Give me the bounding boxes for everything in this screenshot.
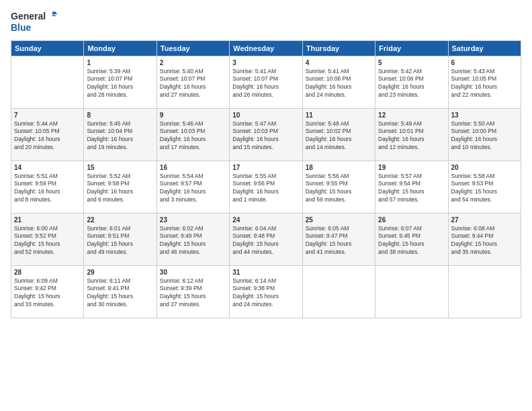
calendar-header-row: SundayMondayTuesdayWednesdayThursdayFrid… (11, 40, 521, 56)
day-number: 10 (232, 111, 299, 119)
day-number: 28 (14, 269, 81, 276)
day-number: 22 (87, 216, 153, 224)
calendar-header-cell: Monday (84, 40, 157, 56)
calendar-cell: 20Sunrise: 5:58 AM Sunset: 9:53 PM Dayli… (448, 161, 521, 213)
calendar-cell: 15Sunrise: 5:52 AM Sunset: 9:58 PM Dayli… (84, 161, 157, 213)
calendar-cell: 18Sunrise: 5:56 AM Sunset: 9:55 PM Dayli… (302, 161, 375, 213)
calendar-cell: 9Sunrise: 5:46 AM Sunset: 10:03 PM Dayli… (157, 108, 229, 161)
calendar-week-row: 7Sunrise: 5:44 AM Sunset: 10:05 PM Dayli… (11, 108, 521, 161)
calendar-header-cell: Friday (375, 40, 448, 56)
calendar-cell (302, 265, 375, 318)
day-info: Sunrise: 5:47 AM Sunset: 10:03 PM Daylig… (232, 120, 299, 152)
header: General Blue (11, 11, 521, 34)
calendar-week-row: 21Sunrise: 6:00 AM Sunset: 9:52 PM Dayli… (11, 213, 521, 265)
day-info: Sunrise: 5:42 AM Sunset: 10:06 PM Daylig… (378, 68, 445, 100)
day-number: 19 (378, 164, 445, 171)
logo: General Blue (11, 11, 58, 34)
day-info: Sunrise: 6:01 AM Sunset: 9:51 PM Dayligh… (87, 225, 153, 257)
day-info: Sunrise: 5:58 AM Sunset: 9:53 PM Dayligh… (451, 173, 518, 205)
day-info: Sunrise: 5:44 AM Sunset: 10:05 PM Daylig… (14, 120, 81, 152)
day-info: Sunrise: 6:11 AM Sunset: 9:41 PM Dayligh… (87, 277, 153, 310)
calendar-cell: 2Sunrise: 5:40 AM Sunset: 10:07 PM Dayli… (157, 56, 229, 108)
day-number: 21 (14, 216, 81, 224)
calendar-cell: 19Sunrise: 5:57 AM Sunset: 9:54 PM Dayli… (375, 161, 448, 213)
day-number: 23 (160, 216, 226, 224)
day-info: Sunrise: 5:49 AM Sunset: 10:01 PM Daylig… (378, 120, 445, 152)
day-info: Sunrise: 6:00 AM Sunset: 9:52 PM Dayligh… (14, 225, 81, 257)
calendar-header-cell: Saturday (448, 40, 521, 56)
day-info: Sunrise: 5:51 AM Sunset: 9:59 PM Dayligh… (14, 173, 81, 205)
day-number: 24 (232, 216, 299, 224)
day-info: Sunrise: 6:04 AM Sunset: 9:48 PM Dayligh… (232, 225, 299, 257)
calendar-week-row: 14Sunrise: 5:51 AM Sunset: 9:59 PM Dayli… (11, 161, 521, 213)
calendar-cell: 27Sunrise: 6:08 AM Sunset: 9:44 PM Dayli… (448, 213, 521, 265)
calendar-cell: 23Sunrise: 6:02 AM Sunset: 9:49 PM Dayli… (157, 213, 229, 265)
calendar-cell: 11Sunrise: 5:48 AM Sunset: 10:02 PM Dayl… (302, 108, 375, 161)
day-number: 16 (160, 164, 226, 171)
calendar-cell: 12Sunrise: 5:49 AM Sunset: 10:01 PM Dayl… (375, 108, 448, 161)
day-info: Sunrise: 5:39 AM Sunset: 10:07 PM Daylig… (87, 68, 153, 100)
day-number: 13 (451, 111, 518, 119)
day-number: 5 (378, 59, 445, 66)
calendar-cell: 8Sunrise: 5:45 AM Sunset: 10:04 PM Dayli… (84, 108, 157, 161)
day-info: Sunrise: 5:57 AM Sunset: 9:54 PM Dayligh… (378, 173, 445, 205)
day-info: Sunrise: 6:05 AM Sunset: 9:47 PM Dayligh… (306, 225, 372, 257)
calendar-cell: 17Sunrise: 5:55 AM Sunset: 9:56 PM Dayli… (230, 161, 302, 213)
day-number: 14 (14, 164, 81, 171)
calendar-cell: 10Sunrise: 5:47 AM Sunset: 10:03 PM Dayl… (230, 108, 302, 161)
day-info: Sunrise: 5:50 AM Sunset: 10:00 PM Daylig… (451, 120, 518, 152)
calendar-cell (375, 265, 448, 318)
day-info: Sunrise: 6:12 AM Sunset: 9:39 PM Dayligh… (160, 277, 226, 310)
calendar-cell: 16Sunrise: 5:54 AM Sunset: 9:57 PM Dayli… (157, 161, 229, 213)
day-info: Sunrise: 6:08 AM Sunset: 9:44 PM Dayligh… (451, 225, 518, 257)
logo-text: General Blue (11, 11, 58, 34)
day-info: Sunrise: 5:41 AM Sunset: 10:07 PM Daylig… (232, 68, 299, 100)
day-info: Sunrise: 5:52 AM Sunset: 9:58 PM Dayligh… (87, 173, 153, 205)
day-info: Sunrise: 5:41 AM Sunset: 10:06 PM Daylig… (306, 68, 372, 100)
calendar-cell: 29Sunrise: 6:11 AM Sunset: 9:41 PM Dayli… (84, 265, 157, 318)
calendar-cell: 30Sunrise: 6:12 AM Sunset: 9:39 PM Dayli… (157, 265, 229, 318)
calendar-cell (11, 56, 84, 108)
calendar-cell: 22Sunrise: 6:01 AM Sunset: 9:51 PM Dayli… (84, 213, 157, 265)
calendar-cell: 24Sunrise: 6:04 AM Sunset: 9:48 PM Dayli… (230, 213, 302, 265)
calendar-body: 1Sunrise: 5:39 AM Sunset: 10:07 PM Dayli… (11, 56, 521, 318)
calendar-cell: 25Sunrise: 6:05 AM Sunset: 9:47 PM Dayli… (302, 213, 375, 265)
day-number: 29 (87, 269, 153, 276)
day-info: Sunrise: 6:14 AM Sunset: 9:38 PM Dayligh… (232, 277, 299, 310)
day-number: 15 (87, 164, 153, 171)
calendar-cell: 31Sunrise: 6:14 AM Sunset: 9:38 PM Dayli… (230, 265, 302, 318)
calendar-cell: 5Sunrise: 5:42 AM Sunset: 10:06 PM Dayli… (375, 56, 448, 108)
day-info: Sunrise: 6:07 AM Sunset: 9:45 PM Dayligh… (378, 225, 445, 257)
day-number: 2 (160, 59, 226, 66)
calendar-header-cell: Wednesday (230, 40, 302, 56)
calendar-cell: 1Sunrise: 5:39 AM Sunset: 10:07 PM Dayli… (84, 56, 157, 108)
day-number: 4 (306, 59, 372, 66)
day-info: Sunrise: 5:48 AM Sunset: 10:02 PM Daylig… (306, 120, 372, 152)
page-container: General Blue SundayMondayTuesdayWednesda… (0, 0, 532, 325)
day-number: 20 (451, 164, 518, 171)
calendar-cell: 7Sunrise: 5:44 AM Sunset: 10:05 PM Dayli… (11, 108, 84, 161)
day-number: 25 (306, 216, 372, 224)
day-info: Sunrise: 5:54 AM Sunset: 9:57 PM Dayligh… (160, 173, 226, 205)
day-number: 11 (306, 111, 372, 119)
day-number: 18 (306, 164, 372, 171)
day-info: Sunrise: 5:43 AM Sunset: 10:05 PM Daylig… (451, 68, 518, 100)
calendar-cell: 21Sunrise: 6:00 AM Sunset: 9:52 PM Dayli… (11, 213, 84, 265)
day-number: 27 (451, 216, 518, 224)
logo-general: General (11, 11, 46, 22)
calendar-table: SundayMondayTuesdayWednesdayThursdayFrid… (11, 40, 521, 318)
day-number: 6 (451, 59, 518, 66)
day-number: 7 (14, 111, 81, 119)
day-info: Sunrise: 5:46 AM Sunset: 10:03 PM Daylig… (160, 120, 226, 152)
calendar-cell: 6Sunrise: 5:43 AM Sunset: 10:05 PM Dayli… (448, 56, 521, 108)
calendar-header-cell: Thursday (302, 40, 375, 56)
day-info: Sunrise: 6:09 AM Sunset: 9:42 PM Dayligh… (14, 277, 81, 310)
day-info: Sunrise: 6:02 AM Sunset: 9:49 PM Dayligh… (160, 225, 226, 257)
calendar-cell: 14Sunrise: 5:51 AM Sunset: 9:59 PM Dayli… (11, 161, 84, 213)
day-number: 17 (232, 164, 299, 171)
day-info: Sunrise: 5:40 AM Sunset: 10:07 PM Daylig… (160, 68, 226, 100)
logo-blue: Blue (11, 22, 58, 34)
day-number: 3 (232, 59, 299, 66)
calendar-cell (448, 265, 521, 318)
day-number: 31 (232, 269, 299, 276)
